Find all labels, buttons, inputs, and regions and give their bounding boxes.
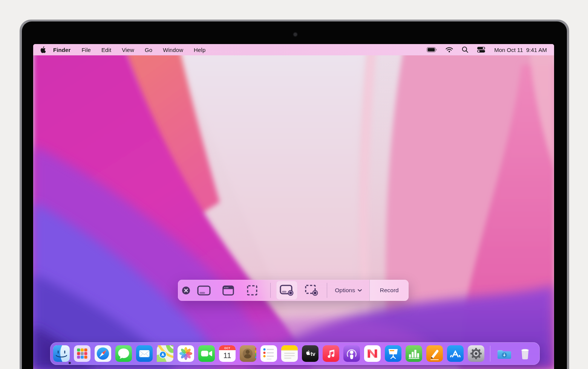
dock-item-launchpad[interactable] (74, 345, 90, 362)
chevron-down-icon (358, 289, 362, 292)
capture-selected-window-button[interactable] (217, 281, 239, 300)
dock-divider (490, 346, 490, 361)
dock-item-finder[interactable] (53, 345, 70, 362)
messages-icon (115, 345, 132, 362)
reminders-icon (260, 345, 277, 362)
contacts-icon (240, 345, 256, 362)
dock-item-downloads[interactable] (496, 345, 513, 362)
apple-logo-icon[interactable] (40, 46, 46, 53)
dock-item-maps[interactable] (157, 345, 173, 362)
photos-icon (178, 345, 194, 362)
svg-text:OCT: OCT (224, 347, 230, 349)
menu-item-finder[interactable]: Finder (47, 44, 76, 55)
capture-portion-icon (247, 285, 257, 296)
music-icon (323, 345, 339, 362)
svg-text:11: 11 (224, 351, 231, 360)
dock-item-mail[interactable] (136, 345, 153, 362)
capture-selected-portion-button[interactable] (242, 281, 263, 300)
keynote-icon (385, 345, 401, 362)
record-selected-portion-button[interactable] (301, 281, 322, 300)
dock-item-trash[interactable] (517, 345, 533, 362)
launchpad-icon (74, 345, 90, 362)
menu-bar-clock[interactable]: Mon Oct 11 9:41 AM (490, 47, 548, 53)
trash-icon (517, 345, 533, 362)
record-screen-icon (280, 285, 294, 296)
record-portion-icon (305, 285, 318, 296)
svg-text:tv: tv (311, 351, 315, 357)
menu-item-window[interactable]: Window (158, 44, 188, 55)
system-preferences-icon (468, 345, 484, 362)
facetime-icon (198, 345, 215, 362)
dock-item-system-preferences[interactable] (468, 345, 484, 362)
dock-item-photos[interactable] (178, 345, 194, 362)
dock-item-messages[interactable] (115, 345, 132, 362)
dock-item-facetime[interactable] (198, 345, 215, 362)
menu-bar-status: Mon Oct 11 9:41 AM (423, 44, 548, 55)
spotlight-search-icon[interactable] (458, 44, 473, 55)
dock-item-safari[interactable] (95, 345, 111, 362)
downloads-folder-icon (496, 345, 513, 362)
menu-item-go[interactable]: Go (139, 44, 158, 55)
close-button[interactable] (180, 281, 191, 300)
dock-item-reminders[interactable] (260, 345, 277, 362)
dock-item-app-store[interactable] (447, 345, 464, 362)
dock-item-podcasts[interactable] (343, 345, 360, 362)
safari-icon (95, 345, 111, 362)
record-button[interactable]: Record (369, 280, 409, 301)
dock-item-calendar[interactable]: OCT 11 (219, 345, 236, 362)
pages-icon (426, 345, 443, 362)
wifi-icon[interactable] (441, 44, 458, 55)
battery-icon[interactable] (423, 44, 441, 55)
toolbar-divider (270, 283, 271, 298)
menu-item-help[interactable]: Help (188, 44, 211, 55)
capture-screen-icon (197, 285, 211, 296)
calendar-icon: OCT 11 (219, 345, 236, 362)
finder-running-indicator (69, 362, 71, 364)
close-icon (182, 286, 190, 295)
dock-item-keynote[interactable] (385, 345, 401, 362)
notes-icon (281, 345, 298, 362)
mail-icon (136, 345, 153, 362)
options-label: Options (335, 287, 355, 294)
podcasts-icon (343, 345, 360, 362)
dock-item-music[interactable] (323, 345, 339, 362)
menu-bar: Finder File Edit View Go Window Help (33, 44, 554, 55)
dock-item-pages[interactable] (426, 345, 443, 362)
maps-icon (157, 345, 173, 362)
screenshot-toolbar: Options Record (178, 280, 409, 301)
capture-entire-screen-button[interactable] (193, 281, 214, 300)
menu-item-edit[interactable]: Edit (96, 44, 116, 55)
news-icon (364, 345, 381, 362)
menu-item-file[interactable]: File (76, 44, 96, 55)
monterey-wallpaper (33, 44, 554, 369)
numbers-icon (406, 345, 422, 362)
desktop-screen: Finder File Edit View Go Window Help (33, 44, 554, 369)
record-label: Record (380, 287, 399, 294)
tv-icon: tv (302, 345, 318, 362)
facetime-camera (294, 33, 297, 36)
dock-item-numbers[interactable] (406, 345, 422, 362)
screenshot-stage: Finder File Edit View Go Window Help (0, 0, 588, 369)
control-center-icon[interactable] (473, 44, 490, 55)
record-entire-screen-button[interactable] (276, 281, 297, 300)
capture-window-icon (222, 285, 234, 296)
finder-icon (53, 345, 70, 362)
app-store-icon (447, 345, 464, 362)
dock: OCT 11 (50, 342, 540, 365)
menu-item-view[interactable]: View (116, 44, 139, 55)
dock-item-news[interactable] (364, 345, 381, 362)
dock-item-contacts[interactable] (240, 345, 256, 362)
dock-item-tv[interactable]: tv (302, 345, 318, 362)
options-dropdown[interactable]: Options (327, 280, 369, 301)
dock-item-notes[interactable] (281, 345, 298, 362)
menu-bar-left: Finder File Edit View Go Window Help (40, 44, 211, 55)
